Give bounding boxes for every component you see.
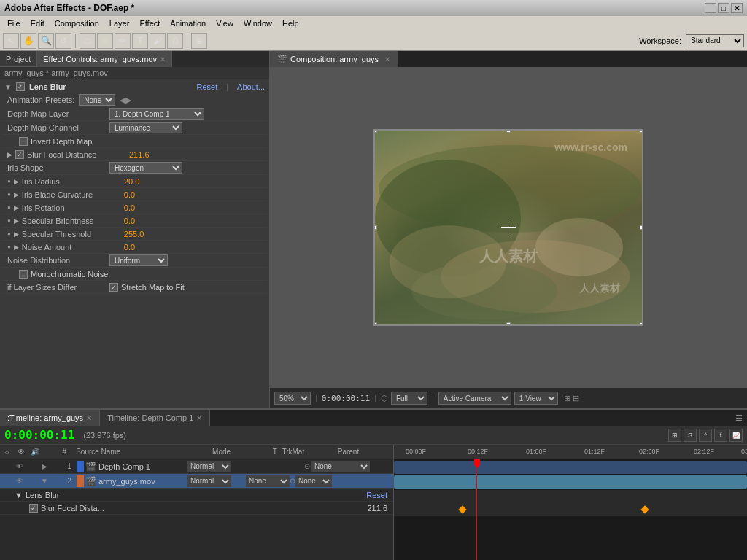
comp-tab-close[interactable]: ✕ — [384, 55, 390, 63]
lens-blur-reset-btn[interactable]: Reset — [366, 491, 387, 499]
track-area[interactable] — [394, 459, 747, 560]
hand-tool[interactable]: ✋ — [20, 33, 36, 49]
quality-select[interactable]: Full — [391, 392, 427, 405]
iris-shape-select[interactable]: Hexagon — [109, 162, 182, 174]
iris-radius-expand[interactable]: ▶ — [14, 178, 19, 185]
effect-controls-tab-close[interactable]: ✕ — [160, 55, 166, 63]
pen-tool[interactable]: ✏ — [115, 33, 131, 49]
tab-project[interactable]: Project — [0, 51, 37, 67]
layer-row-2[interactable]: 👁 ▼ 2 🎬 army_guys.mov Normal None ⊙ N — [0, 474, 393, 489]
clone-tool[interactable]: ⎙ — [167, 33, 183, 49]
menu-window[interactable]: Window — [239, 18, 276, 28]
menu-edit[interactable]: Edit — [26, 18, 49, 28]
comp-tab-army-guys[interactable]: 🎬 Composition: army_guys ✕ — [270, 51, 398, 67]
blur-focal-tl-checkbox[interactable]: ✓ — [29, 504, 38, 513]
layer-2-expand[interactable]: ▼ — [39, 475, 50, 487]
tab-timeline-depth-comp[interactable]: Timeline: Depth Comp 1 ✕ — [100, 410, 210, 426]
menu-help[interactable]: Help — [278, 18, 303, 28]
menu-file[interactable]: File — [3, 18, 25, 28]
iris-blade-value[interactable]: 0.0 — [124, 190, 265, 199]
tab-effect-controls[interactable]: Effect Controls: army_guys.mov ✕ — [37, 51, 172, 67]
anim-presets-select[interactable]: None — [79, 94, 115, 106]
close-button[interactable]: ✕ — [731, 3, 743, 13]
ellipse-tool[interactable]: ○ — [97, 33, 113, 49]
keyframe-2[interactable] — [640, 505, 649, 513]
layer-2-trkmat[interactable]: None — [246, 475, 290, 487]
workspace-select[interactable]: Standard — [686, 34, 744, 47]
iris-radius-value[interactable]: 20.0 — [124, 177, 265, 186]
monochromatic-checkbox[interactable] — [19, 270, 28, 279]
layer-2-audio[interactable] — [26, 475, 38, 487]
layer-2-video[interactable]: 👁 — [14, 475, 26, 487]
layer-2-mode[interactable]: Normal — [187, 475, 231, 487]
noise-amount-expand[interactable]: ▶ — [14, 244, 19, 251]
layer-1-parent[interactable]: None — [311, 461, 370, 472]
specular-brightness-expand[interactable]: ▶ — [14, 217, 19, 225]
depth-map-layer-select[interactable]: 1. Depth Comp 1 — [109, 108, 204, 120]
zoom-select[interactable]: 50% — [274, 392, 311, 405]
menu-layer[interactable]: Layer — [105, 18, 134, 28]
brush-tool[interactable]: 🖌 — [150, 33, 166, 49]
rect-tool[interactable]: □ — [80, 33, 96, 49]
handle-tm[interactable] — [506, 131, 511, 133]
noise-distribution-select[interactable]: Uniform — [109, 254, 168, 266]
keyframe-1[interactable] — [458, 505, 466, 513]
iris-rotation-value[interactable]: 0.0 — [124, 203, 265, 212]
view-count-select[interactable]: 1 View — [514, 392, 558, 405]
tl-options-icon[interactable]: ☰ — [735, 413, 743, 423]
handle-br[interactable] — [640, 322, 642, 324]
layer-2-trkmat2[interactable]: None — [295, 475, 332, 487]
specular-threshold-value[interactable]: 255.0 — [124, 230, 265, 238]
specular-threshold-expand[interactable]: ▶ — [14, 230, 19, 238]
layer-1-audio[interactable] — [26, 461, 38, 472]
timeline-tab-close-2[interactable]: ✕ — [196, 414, 202, 422]
handle-mr[interactable] — [640, 225, 642, 230]
menu-animation[interactable]: Animation — [166, 18, 210, 28]
window-controls[interactable]: _ □ ✕ — [705, 3, 743, 13]
layer-2-solo[interactable] — [1, 475, 13, 487]
layer-row-1[interactable]: 👁 ▶ 1 🎬 Depth Comp 1 Normal ⊙ None — [0, 459, 393, 474]
blur-focal-checkbox[interactable]: ✓ — [15, 150, 24, 159]
timeline-tracks[interactable]: 00:00F 00:12F 01:00F 01:12F 02:00F 02:12… — [394, 445, 747, 560]
tl-solo-btn[interactable]: S — [684, 429, 697, 442]
handle-tl[interactable] — [375, 131, 377, 133]
timeline-playhead[interactable] — [476, 459, 477, 560]
rotate-tool[interactable]: ↺ — [55, 33, 71, 49]
reset-button[interactable]: Reset — [196, 82, 217, 91]
tl-expand-btn[interactable]: ⊞ — [668, 429, 681, 442]
about-button[interactable]: About... — [237, 82, 265, 91]
effect-expand-icon[interactable]: ▼ — [4, 83, 12, 91]
blur-focal-expand[interactable]: ▶ — [7, 151, 12, 158]
handle-bm[interactable] — [506, 322, 511, 324]
layer-1-video[interactable]: 👁 — [14, 461, 26, 472]
iris-blade-expand[interactable]: ▶ — [14, 191, 19, 198]
blur-focal-value[interactable]: 211.6 — [129, 150, 265, 159]
minimize-button[interactable]: _ — [705, 3, 716, 13]
handle-tr[interactable] — [640, 131, 642, 133]
layer-1-solo[interactable] — [1, 461, 13, 472]
menu-effect[interactable]: Effect — [135, 18, 164, 28]
maximize-button[interactable]: □ — [718, 3, 729, 13]
invert-depth-checkbox[interactable] — [19, 137, 28, 146]
comp-viewport[interactable]: www.rr-sc.com 人人素材 人人素材 — [270, 67, 747, 388]
iris-rotation-expand[interactable]: ▶ — [14, 204, 19, 211]
depth-map-channel-select[interactable]: Luminance — [109, 122, 182, 133]
puppet-tool[interactable]: ⊕ — [191, 33, 207, 49]
menu-composition[interactable]: Composition — [50, 18, 104, 28]
noise-amount-value[interactable]: 0.0 — [124, 243, 265, 252]
text-tool[interactable]: T — [132, 33, 148, 49]
layer-1-expand[interactable]: ▶ — [39, 461, 50, 472]
handle-ml[interactable] — [375, 225, 377, 230]
handle-bl[interactable] — [375, 322, 377, 324]
zoom-tool[interactable]: 🔍 — [38, 33, 54, 49]
select-tool[interactable]: ↖ — [3, 33, 19, 49]
tl-shy-btn[interactable]: ^ — [699, 429, 712, 442]
tab-timeline-army-guys[interactable]: :Timeline: army_guys ✕ — [0, 410, 100, 426]
timeline-tab-close-1[interactable]: ✕ — [86, 414, 92, 422]
tl-graph-btn[interactable]: 📈 — [729, 429, 743, 442]
specular-brightness-value[interactable]: 0.0 — [124, 217, 265, 225]
layer-sizes-checkbox[interactable]: ✓ — [109, 283, 118, 292]
layer-1-mode[interactable]: Normal — [187, 461, 231, 472]
effect-checkbox[interactable]: ✓ — [16, 82, 25, 91]
menu-view[interactable]: View — [212, 18, 238, 28]
